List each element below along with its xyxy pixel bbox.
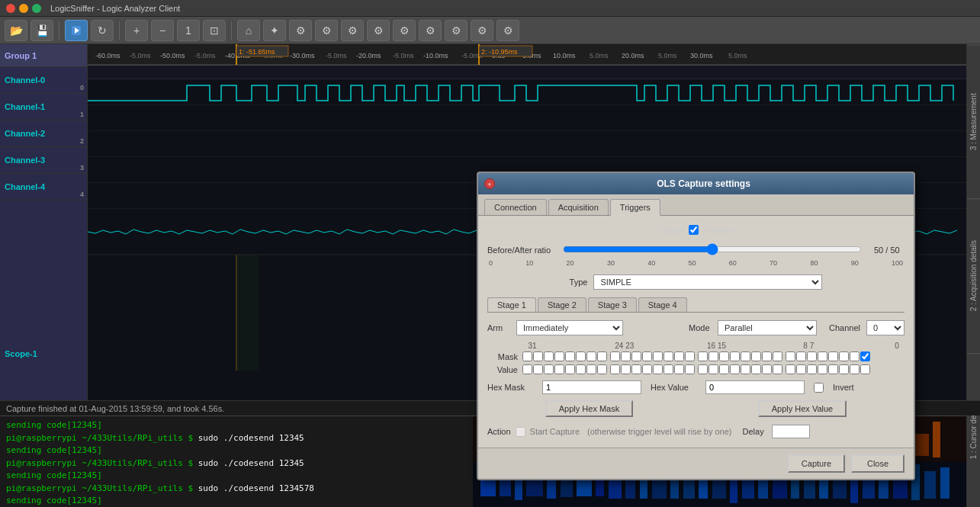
mask-cb-4[interactable]	[818, 351, 827, 361]
mask-cb-13[interactable]	[719, 351, 729, 361]
dialog-close-button[interactable]: ●	[484, 178, 495, 189]
mask-cb-3[interactable]	[828, 351, 838, 361]
mask-cb-25[interactable]	[586, 351, 596, 361]
value-cb-12[interactable]	[730, 364, 740, 374]
tool5-button[interactable]: ⚙	[367, 20, 390, 41]
tab-acquisition[interactable]: Acquisition	[548, 199, 609, 215]
channel-select[interactable]: 0 1 2 3	[866, 320, 904, 335]
ols-capture-settings-dialog[interactable]: ● OLS Capture settings Connection Acquis…	[477, 172, 915, 480]
arm-select[interactable]: Immediately On Stage 0 On Stage 1 On Sta…	[516, 320, 623, 335]
hex-mask-input[interactable]	[542, 380, 641, 394]
capture-button[interactable]	[65, 20, 88, 41]
value-cb-2[interactable]	[839, 364, 849, 374]
mask-cb-10[interactable]	[751, 351, 761, 361]
value-cb-8[interactable]	[773, 364, 782, 374]
mask-cb-5[interactable]	[807, 351, 817, 361]
zoom-in-button[interactable]: +	[125, 20, 148, 41]
mask-cb-20[interactable]	[642, 351, 652, 361]
mode-select[interactable]: Parallel Serial	[718, 320, 817, 335]
mask-cb-9[interactable]	[762, 351, 772, 361]
value-cb-31[interactable]	[522, 364, 532, 374]
tool6-button[interactable]: ⚙	[393, 20, 416, 41]
mask-cb-11[interactable]	[741, 351, 750, 361]
minimize-button[interactable]	[19, 4, 28, 13]
mask-cb-31[interactable]	[522, 351, 532, 361]
mask-cb-15[interactable]	[698, 351, 708, 361]
tool7-button[interactable]: ⚙	[419, 20, 442, 41]
value-cb-9[interactable]	[762, 364, 772, 374]
mask-cb-23[interactable]	[610, 351, 620, 361]
mask-cb-18[interactable]	[664, 351, 673, 361]
channel-1-label[interactable]: Channel-1 1	[0, 94, 87, 120]
mask-cb-7[interactable]	[786, 351, 795, 361]
value-cb-28[interactable]	[554, 364, 564, 374]
tool3-button[interactable]: ⚙	[315, 20, 338, 41]
home-button[interactable]: ⌂	[237, 20, 260, 41]
tab-triggers[interactable]: Triggers	[610, 199, 660, 216]
maximize-button[interactable]	[32, 4, 41, 13]
value-cb-17[interactable]	[674, 364, 684, 374]
tool9-button[interactable]: ⚙	[471, 20, 493, 41]
zoom-out-button[interactable]: −	[151, 20, 174, 41]
start-capture-checkbox[interactable]	[516, 427, 525, 437]
channel-3-label[interactable]: Channel-3 3	[0, 147, 87, 174]
value-cb-27[interactable]	[565, 364, 575, 374]
mask-cb-1[interactable]	[850, 351, 860, 361]
value-cb-5[interactable]	[807, 364, 817, 374]
stage-1-tab[interactable]: Stage 1	[487, 297, 536, 312]
mask-cb-30[interactable]	[533, 351, 543, 361]
mask-cb-0[interactable]	[860, 351, 870, 361]
value-cb-3[interactable]	[828, 364, 838, 374]
mask-cb-17[interactable]	[674, 351, 684, 361]
value-cb-10[interactable]	[751, 364, 761, 374]
save-button[interactable]: 💾	[31, 20, 53, 41]
value-cb-19[interactable]	[653, 364, 663, 374]
mask-cb-8[interactable]	[773, 351, 782, 361]
type-select[interactable]: SIMPLE COMPLEX	[593, 274, 822, 290]
mask-cb-29[interactable]	[544, 351, 554, 361]
trigger-enabled-checkbox[interactable]	[689, 225, 699, 235]
value-cb-11[interactable]	[741, 364, 750, 374]
mask-cb-12[interactable]	[730, 351, 740, 361]
channel-4-label[interactable]: Channel-4 4	[0, 174, 87, 201]
mask-cb-28[interactable]	[554, 351, 564, 361]
value-cb-21[interactable]	[631, 364, 641, 374]
repeat-button[interactable]: ↻	[91, 20, 114, 41]
mask-cb-19[interactable]	[653, 351, 663, 361]
value-cb-14[interactable]	[708, 364, 718, 374]
mask-cb-22[interactable]	[621, 351, 631, 361]
channel-0-label[interactable]: Channel-0 0	[0, 67, 87, 94]
cursor-panel-tab[interactable]: 1 : Cursor details	[967, 353, 980, 507]
value-cb-6[interactable]	[796, 364, 806, 374]
value-cb-18[interactable]	[664, 364, 673, 374]
stage-4-tab[interactable]: Stage 4	[638, 297, 687, 312]
value-cb-16[interactable]	[685, 364, 695, 374]
stage-2-tab[interactable]: Stage 2	[538, 297, 586, 312]
apply-hex-mask-button[interactable]: Apply Hex Mask	[545, 400, 633, 417]
value-cb-30[interactable]	[533, 364, 543, 374]
close-button-dialog[interactable]: Close	[851, 454, 904, 473]
acquisition-panel-tab[interactable]: 2 : Acquisition details	[967, 198, 980, 352]
apply-hex-value-button[interactable]: Apply Hex Value	[758, 400, 847, 417]
mask-cb-26[interactable]	[576, 351, 586, 361]
stage-3-tab[interactable]: Stage 3	[588, 297, 637, 312]
mask-cb-6[interactable]	[796, 351, 806, 361]
value-cb-4[interactable]	[818, 364, 827, 374]
value-cb-23[interactable]	[610, 364, 620, 374]
close-button[interactable]	[6, 4, 15, 13]
zoom-one-button[interactable]: 1	[177, 20, 200, 41]
mask-cb-2[interactable]	[839, 351, 849, 361]
measurement-panel-tab[interactable]: 3 : Measurement	[967, 44, 980, 198]
value-cb-7[interactable]	[786, 364, 795, 374]
value-cb-15[interactable]	[698, 364, 708, 374]
value-cb-20[interactable]	[642, 364, 652, 374]
mask-cb-16[interactable]	[685, 351, 695, 361]
group-1-label[interactable]: Group 1	[0, 44, 87, 67]
value-cb-25[interactable]	[586, 364, 596, 374]
tab-connection[interactable]: Connection	[484, 199, 547, 215]
value-cb-13[interactable]	[719, 364, 729, 374]
value-cb-1[interactable]	[850, 364, 860, 374]
value-cb-22[interactable]	[621, 364, 631, 374]
delay-input[interactable]	[772, 425, 810, 438]
value-cb-0[interactable]	[860, 364, 870, 374]
